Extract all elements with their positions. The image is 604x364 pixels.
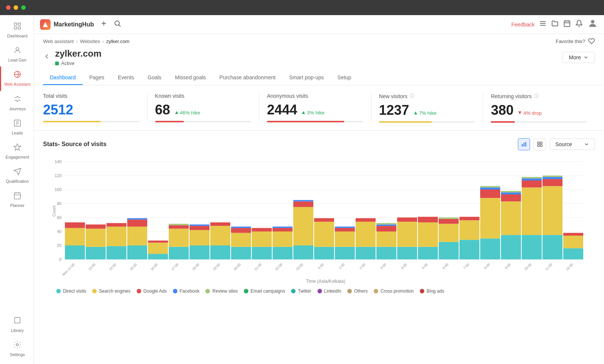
status-badge: Active (55, 60, 102, 66)
sidebar-item-planner[interactable]: Planner (0, 188, 34, 212)
sidebar-item-lead-gen[interactable]: Lead Gen (0, 42, 34, 66)
search-button[interactable] (114, 20, 121, 29)
stat-bar-fill-anon (267, 121, 344, 122)
sidebar-item-library[interactable]: Library (0, 313, 34, 337)
svg-rect-143 (480, 186, 500, 188)
svg-rect-110 (335, 227, 355, 228)
svg-rect-73 (169, 224, 189, 225)
legend-dot-direct (56, 289, 61, 293)
svg-rect-164 (563, 236, 583, 248)
stat-known-visits: Known visits 68 46% hike (148, 93, 260, 123)
svg-rect-9 (14, 193, 21, 199)
tab-setup[interactable]: Setup (331, 71, 358, 85)
legend-cross-promotion: Cross promotion (374, 288, 414, 294)
maximize-btn[interactable] (21, 5, 26, 10)
svg-rect-161 (542, 176, 562, 177)
grid-chart-btn[interactable] (534, 138, 546, 150)
svg-rect-99 (293, 207, 313, 245)
svg-rect-140 (480, 198, 500, 238)
svg-rect-31 (540, 145, 542, 147)
breadcrumb-websites[interactable]: Websites (80, 39, 100, 44)
stat-value-row-known: 68 46% hike (155, 102, 252, 118)
stat-label-new: New visitors ⓘ (379, 93, 476, 99)
svg-rect-142 (480, 187, 500, 190)
qualification-icon (13, 167, 22, 177)
source-dropdown[interactable]: Source (550, 139, 595, 150)
breadcrumb-web-assistant[interactable]: Web assistant (43, 39, 74, 44)
stat-hike-new: 7% hike (414, 110, 436, 116)
legend-dot-review (205, 289, 210, 293)
list-icon[interactable] (539, 20, 547, 29)
more-button[interactable]: More (562, 52, 595, 63)
sidebar-item-engagement[interactable]: Engagement (0, 139, 34, 163)
tab-missed-goals[interactable]: Missed goals (168, 71, 213, 85)
tab-goals[interactable]: Goals (141, 71, 168, 85)
minimize-btn[interactable] (14, 5, 18, 10)
legend-label-bing: Bing ads (427, 288, 444, 294)
close-btn[interactable] (6, 5, 11, 10)
sidebar-item-label: Qualification (6, 179, 29, 184)
bar-chart-btn[interactable] (518, 138, 530, 150)
stat-value-anon: 2444 (267, 102, 297, 118)
svg-rect-153 (522, 180, 542, 188)
svg-rect-81 (210, 226, 230, 245)
back-button[interactable] (43, 52, 51, 62)
stat-bar-anon (267, 121, 364, 122)
svg-rect-109 (335, 228, 355, 231)
svg-text:19:00: 19:00 (212, 262, 221, 271)
folder-icon[interactable] (551, 20, 559, 29)
stat-bar-total (43, 121, 140, 122)
svg-text:80: 80 (57, 201, 62, 206)
svg-rect-136 (459, 220, 479, 240)
svg-rect-95 (273, 228, 293, 231)
svg-rect-113 (356, 222, 376, 247)
sidebar-item-journeys[interactable]: Journeys (0, 91, 34, 115)
source-label: Source (555, 141, 572, 147)
svg-text:20: 20 (57, 243, 62, 248)
svg-text:13:00: 13:00 (88, 262, 96, 271)
sidebar-item-dashboard[interactable]: Dashboard (0, 18, 34, 42)
svg-rect-64 (127, 218, 147, 220)
tab-dashboard[interactable]: Dashboard (43, 71, 83, 85)
svg-rect-157 (542, 235, 562, 259)
avatar[interactable] (587, 18, 598, 31)
sidebar-item-label: Journeys (9, 106, 26, 111)
add-button[interactable] (100, 20, 108, 29)
svg-rect-66 (148, 254, 168, 259)
svg-rect-98 (293, 245, 313, 259)
status-dot (55, 62, 59, 65)
bell-icon[interactable] (575, 20, 583, 29)
feedback-button[interactable]: Feedback (512, 22, 535, 28)
chart-svg: 140 120 100 80 60 40 20 0 (43, 156, 595, 277)
page-title: zylker.com (55, 48, 102, 59)
legend-dot-search (92, 289, 97, 293)
calendar-icon[interactable] (563, 20, 571, 29)
chart-canvas-wrap: 140 120 100 80 60 40 20 0 (43, 156, 595, 277)
tab-pages[interactable]: Pages (83, 71, 111, 85)
sidebar-item-settings[interactable]: Settings (0, 337, 34, 361)
svg-rect-146 (501, 201, 521, 235)
svg-text:16:00: 16:00 (150, 262, 159, 271)
svg-rect-58 (106, 227, 126, 246)
tab-smart-popups[interactable]: Smart pop-ups (282, 71, 331, 85)
sidebar-item-leads[interactable]: Leads (0, 115, 34, 139)
bar-chart-icon (521, 141, 527, 147)
legend-label-google: Google Ads (143, 288, 167, 294)
svg-point-4 (16, 48, 18, 50)
hike-up-icon-new (414, 111, 418, 115)
svg-rect-163 (563, 248, 583, 259)
stat-bar-new (379, 121, 476, 123)
svg-rect-93 (273, 247, 293, 259)
tab-events[interactable]: Events (111, 71, 141, 85)
stat-bar-fill-total (43, 121, 101, 122)
svg-rect-100 (293, 201, 313, 207)
svg-rect-160 (542, 177, 562, 179)
svg-rect-91 (252, 228, 272, 231)
legend-label-search: Search engines (99, 288, 130, 294)
tab-purchase-abandonment[interactable]: Purchase abandonment (213, 71, 282, 85)
sidebar-item-qualification[interactable]: Qualification (0, 163, 34, 188)
svg-rect-80 (210, 245, 230, 259)
sidebar-item-web-assistant[interactable]: Web Assistant (0, 66, 34, 91)
heart-icon[interactable] (588, 38, 595, 45)
favorite-label: Favorite this? (556, 38, 595, 45)
